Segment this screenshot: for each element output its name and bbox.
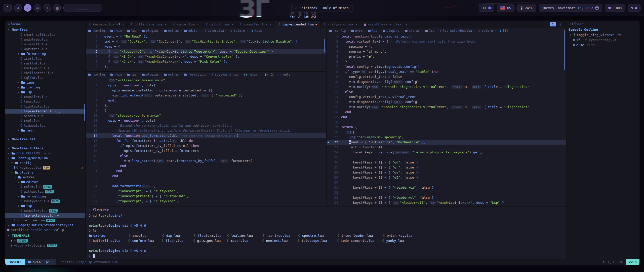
neotree-item[interactable]: ☾rustfmt.lua [5, 61, 85, 66]
breadcrumb-item[interactable]: ☾lsp-extended.lua [440, 29, 472, 32]
code-line[interactable]: 17 opts.formatters_by_ft[ft] = formatter… [86, 148, 326, 153]
terminals-header[interactable]: ▾ TERMINALS [5, 233, 85, 238]
code-line[interactable]: 13 config.virtual_text = virtual_text [327, 94, 566, 99]
search-input[interactable]: ______ [63, 4, 102, 12]
neotree-item[interactable]: ▾lsp [5, 90, 85, 94]
keyboard-layout-widget[interactable]: US [497, 4, 514, 12]
breadcrumb-item[interactable]: {}return [244, 73, 259, 76]
tab-compiler-lua[interactable]: ☾compiler.lua× [237, 21, 275, 28]
breadcrumb-item[interactable]: lsp [425, 29, 434, 32]
code-line[interactable]: 5 prefix = "●", [327, 54, 566, 59]
tabpage-2[interactable]: 2 [557, 22, 564, 26]
code-line[interactable]: 32 [327, 190, 566, 195]
close-icon[interactable]: × [406, 22, 408, 26]
breadcrumb-item[interactable]: .config [88, 73, 105, 76]
breadcrumb-item[interactable]: ☾color.lua [205, 29, 224, 32]
close-icon[interactable]: × [270, 22, 272, 26]
code-line[interactable]: 21 [1]"neovim/nvim-lspconfig", [327, 135, 566, 140]
code-line[interactable]: 4 source = "if_many", [327, 49, 566, 54]
workspace-button-2[interactable]: ∕ [24, 4, 31, 12]
code-line[interactable]: 8 if type(v: config.virtual_text) == "ta… [327, 69, 566, 74]
code-line[interactable]: 4 cmd = { [1]"CccPick", [2]"CccConvert",… [86, 39, 326, 44]
breadcrumb-item[interactable]: plugins [142, 29, 159, 32]
code-line[interactable]: 7 local config = vim.diagnostic.config() [327, 64, 566, 69]
buffer-item[interactable]: ▾editor [5, 180, 85, 184]
code-line[interactable]: 7 { [1]"<S-C>", [2]"<cmd>CccConvert<cr>"… [86, 54, 326, 59]
code-line[interactable]: 16 if opts.formatters_by_ft[ft] == nil t… [86, 143, 326, 148]
tab-scrollbar-handle-[interactable]: ▦scrollbar-handle-…× [361, 21, 411, 28]
buffer-item[interactable]: ☾rustywind.lua#726 [5, 199, 85, 203]
buffer-item[interactable]: ☾lsp-extended.lu[+] [5, 213, 85, 218]
code-line[interactable]: 27 ["typescript"] = { "rustywind" }, [86, 199, 326, 204]
code-line[interactable]: 33 keys[#keys + 1] = { "<leader>cl", fal… [327, 195, 566, 200]
neotree-item[interactable]: ☾timeout.lua [5, 123, 85, 128]
workspace-button-1[interactable]: ∪ [14, 4, 22, 12]
breadcrumb-item[interactable]: formatting [184, 73, 206, 76]
code-line[interactable]: 21 end [86, 168, 326, 174]
code-line[interactable]: 24 add_formatters(tbl: { [86, 184, 326, 189]
tab-rustywind-lua[interactable]: ☾rustywind.lua× [320, 21, 361, 28]
code-line[interactable]: 16 end [327, 110, 566, 115]
code-line[interactable]: 9 config.virtual_text = false [327, 74, 566, 79]
code-line[interactable]: 15 vim.notify(msg: "Enabled diagnostics … [327, 105, 566, 110]
neotree-git-header[interactable]: ▸ Neo-Tree Git [5, 136, 85, 142]
neotree-item[interactable]: ☾neodim.lua [5, 114, 85, 118]
terminal-item[interactable]: ❯~/.c/n/l/plugins#3980 [5, 243, 85, 248]
code-line[interactable]: 19 vim.list_extend(dst: opts.formatters_… [86, 158, 326, 163]
code-area[interactable]: 1local function toggle_diag_virtext()2 l… [327, 33, 566, 206]
code-line[interactable]: 5 keys = { [86, 44, 326, 49]
breadcrumb-item[interactable]: {}[1] [498, 29, 508, 32]
code-line[interactable]: 18 [327, 120, 566, 125]
code-line[interactable]: 6 } [327, 59, 566, 64]
code-line[interactable]: 5 opts.ensure_installed = opts.ensure_in… [86, 88, 326, 93]
floaterm-winbar[interactable]: ▸ Floaterm [86, 207, 566, 213]
code-line[interactable]: 14 local function add_formatters(tbl :ta… [86, 133, 326, 138]
buffer-item[interactable]: ▦scrollbar-handle-vertical.p [5, 227, 85, 232]
code-line[interactable]: 22◉ event = { "BufReadPre", "BufNewFile"… [327, 140, 566, 145]
code-line[interactable]: 22 end [86, 174, 326, 179]
neotree-item[interactable]: ☾rustywind.lua [5, 66, 85, 71]
close-icon[interactable]: × [197, 22, 199, 26]
workspace-button-5[interactable]: ▤ [53, 4, 61, 12]
code-line[interactable]: 15 for ft, formatters in pairs(t: tbl) d… [86, 138, 326, 143]
code-area[interactable]: 3 [1]"williamboman/mason.nvim",4 opts = … [86, 77, 326, 206]
neotree-buffers-header[interactable]: ▾ Neo-Tree Buffers [5, 145, 85, 151]
launcher-button[interactable]: ^ [4, 4, 12, 12]
tab-bufferline-lua[interactable]: ☾bufferline.lua× [128, 21, 170, 28]
window-overview-widget[interactable]: 9 ▦ [628, 4, 640, 12]
updates-widget[interactable]: 11 [479, 4, 494, 12]
breadcrumb-item[interactable]: nvim [110, 29, 122, 32]
breadcrumb-item[interactable]: plugins [142, 73, 159, 76]
buffer-item[interactable]: ▾extras [5, 175, 85, 180]
buffer-item[interactable]: ☾keymaps.lua#10⚠ [5, 165, 85, 170]
buffer-item[interactable]: ▾lsp [5, 203, 85, 208]
breadcrumb-item[interactable]: {}return [477, 29, 493, 32]
buffer-item[interactable]: ☾github.lua#654 [5, 189, 85, 194]
breadcrumb-item[interactable]: lua [127, 29, 137, 32]
code-line[interactable]: 10 [1]"stevearc/conform.nvim", [86, 113, 326, 118]
neotree-item[interactable]: ☾sqlfmt.lua [5, 75, 85, 80]
pane-scrollbar[interactable] [324, 39, 325, 52]
code-line[interactable]: 20 [1]{ [327, 130, 566, 135]
code-line[interactable]: 9 }, [86, 64, 326, 69]
buffer-item[interactable]: ☾color.lua#493 [5, 184, 85, 189]
close-icon[interactable]: × [122, 22, 124, 26]
neotree-item[interactable]: ☾winshift.lua [5, 42, 85, 47]
code-line[interactable]: 10 vim.diagnostic.config(opts: config) [327, 79, 566, 84]
code-line[interactable]: 3 event = { "BufRead" }, [86, 34, 326, 39]
breadcrumb-item[interactable]: extras [164, 73, 179, 76]
neotree-item[interactable]: ▸test [5, 128, 85, 133]
code-line[interactable]: 25 ["javascript"] = { "rustywind" }, [86, 189, 326, 194]
buffer-item[interactable]: ☾bufferline.lua#328 [5, 218, 85, 223]
breadcrumb-item[interactable]: extras [164, 29, 179, 32]
code-line[interactable]: 14 vim.diagnostic.config(opts: config) [327, 99, 566, 105]
terminal-item[interactable]: ❯~#2859 [5, 238, 85, 243]
code-line[interactable]: 13 ---@param tbl table<string, conform.F… [86, 128, 326, 133]
close-icon[interactable]: × [355, 22, 357, 26]
breadcrumb-item[interactable]: plugins [383, 29, 399, 32]
code-line[interactable]: 29 keys[#keys + 1] = { "gI", false } [327, 175, 566, 180]
neotree-item[interactable]: ▸lang [5, 80, 85, 85]
code-line[interactable]: 27 keys[#keys + 1] = { "gr", false } [327, 165, 566, 170]
code-line[interactable]: 19return { [327, 125, 566, 130]
code-line[interactable]: 3 spacing = 4, [327, 44, 566, 49]
